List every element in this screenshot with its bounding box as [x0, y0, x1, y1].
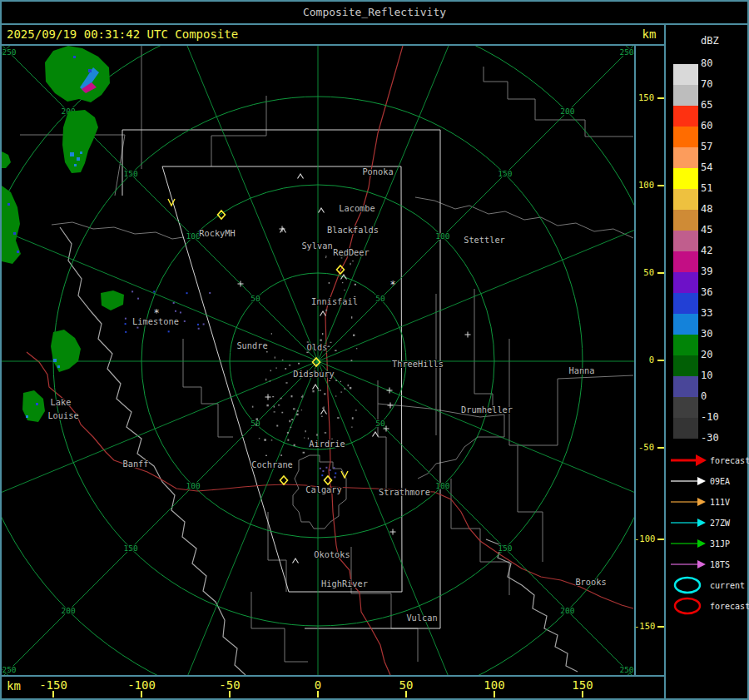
right-axis-tick-label: 50 [634, 267, 654, 277]
city-label-highriver: HighRiver [321, 578, 368, 588]
right-axis-tick-label: 0 [634, 355, 654, 365]
bottom-axis-tick [582, 691, 583, 698]
city-label-airdrie: Airdrie [309, 439, 345, 449]
radar-map[interactable]: 5050505010010010010015015015015020020020… [2, 46, 634, 675]
svg-text:50: 50 [250, 294, 260, 303]
caret-marker-icon [320, 311, 326, 316]
colorbar-block [673, 64, 698, 85]
colorbar-value-label: 33 [701, 307, 712, 319]
legend-arrow-icon [669, 450, 707, 470]
svg-text:250: 250 [619, 665, 633, 674]
colorbar-value-label: 36 [701, 286, 712, 298]
legend-label: current [710, 581, 745, 590]
colorbar-block [673, 251, 698, 272]
city-label-hanna: Hanna [569, 365, 595, 375]
city-label-calgary: Calgary [305, 484, 341, 494]
legend-label: 27ZW [710, 519, 730, 528]
window-title: Composite_Reflectivity [2, 2, 747, 23]
colorbar-title: dBZ [701, 35, 719, 47]
colorbar-value-label: 57 [701, 141, 712, 152]
colorbar-value-label: 0 [701, 390, 707, 402]
colorbar-value-label: 48 [701, 203, 712, 215]
right-axis-tick [657, 447, 664, 449]
legend-label: 31JP [710, 539, 730, 549]
caret-marker-icon [313, 385, 319, 390]
ground-clutter [252, 255, 357, 456]
svg-text:50: 50 [250, 419, 260, 428]
city-label-innisfail: Innisfail [311, 296, 358, 306]
bottom-axis-tick [405, 691, 407, 698]
svg-text:50: 50 [375, 419, 385, 428]
svg-text:150: 150 [498, 169, 512, 178]
svg-text:100: 100 [435, 231, 449, 241]
city-label-banff: Banff [123, 459, 149, 469]
asterisk-marker-icon: * [389, 279, 395, 290]
legend-arrow-icon [669, 513, 707, 533]
city-label-didsbury: Didsbury [293, 369, 335, 379]
radar-map-canvas[interactable]: 5050505010010010010015015015015020020020… [2, 46, 634, 675]
bottom-axis-tick-label: -50 [210, 678, 250, 692]
caret-marker-icon [298, 174, 304, 179]
legend-label: forecast [710, 602, 749, 611]
bottom-axis-tick-label: 150 [563, 678, 603, 692]
caret-marker-icon [321, 410, 327, 415]
colorbar-block [673, 293, 698, 314]
legend-label: 111V [710, 498, 730, 507]
caret-marker-icon [373, 432, 379, 437]
legend-label: forecast [710, 456, 749, 465]
svg-text:250: 250 [619, 47, 633, 57]
svg-text:200: 200 [62, 606, 76, 615]
colorbar-value-label: 65 [701, 99, 712, 111]
storm-cell-diamond-icon [280, 476, 288, 484]
city-label-louise: Louise [47, 410, 78, 420]
bottom-axis-tick [317, 691, 319, 698]
bottom-axis-tick-label: -150 [33, 678, 73, 692]
legend-label: 09EA [710, 477, 730, 486]
colorbar-value-label: 30 [701, 328, 712, 340]
legend-item-18TS: 18TS [669, 554, 746, 574]
bottom-axis-tick-label: 100 [474, 678, 514, 692]
city-label-threehills: ThreeHills [392, 359, 444, 369]
legend-arrow-icon [669, 554, 707, 574]
legend-item-111V: 111V [669, 492, 746, 512]
colorbar-block [673, 355, 698, 376]
header-bar: 2025/09/19 00:31:42 UTC Composite [2, 25, 632, 44]
svg-text:100: 100 [435, 481, 449, 490]
city-label-olds: Olds [307, 342, 328, 352]
colorbar-value-label: 70 [701, 78, 712, 90]
bottom-axis-tick-label: -100 [122, 678, 161, 692]
right-axis: 150100500-50-100-150 [634, 46, 664, 675]
right-axis-tick [657, 272, 664, 274]
colorbar-block [673, 231, 698, 251]
colorbar-block [673, 335, 698, 355]
bottom-axis-tick [494, 691, 495, 698]
colorbar-block [673, 189, 698, 210]
colorbar-value-label: 39 [701, 266, 712, 277]
colorbar-block [673, 376, 698, 397]
city-label-rockymh: RockyMH [199, 228, 235, 238]
colorbar-value-label: -30 [701, 432, 719, 444]
svg-text:200: 200 [560, 606, 574, 615]
city-label-brooks: Brooks [575, 577, 606, 587]
caret-marker-icon [293, 559, 299, 563]
colorbar-value-label: 10 [701, 370, 712, 381]
legend-arrow-icon [669, 471, 707, 491]
city-label-blackfalds: Blackfalds [327, 225, 379, 235]
colorbar-value-label: 20 [701, 349, 712, 360]
colorbar-block [673, 210, 698, 231]
city-label-strathmore: Strathmore [379, 487, 430, 497]
city-label-ponoka: Ponoka [362, 166, 393, 176]
colorbar-value-label: 60 [701, 120, 712, 132]
svg-text:50: 50 [375, 294, 385, 303]
city-label-reddeer: RedDeer [333, 247, 369, 257]
bottom-axis-tick-label: 50 [386, 678, 426, 692]
bottom-axis-unit-label: km [7, 679, 21, 693]
right-axis-tick-label: -100 [634, 534, 654, 544]
bottom-axis-tick [229, 691, 231, 698]
city-labels: PonokaLacombeBlackfaldsSylvanRedDeerStet… [47, 166, 606, 623]
city-label-vulcan: Vulcan [406, 613, 437, 623]
svg-text:250: 250 [2, 665, 16, 674]
colorbar-value-label: 54 [701, 161, 712, 173]
colorbar-block [673, 314, 698, 335]
colorbar-block [673, 168, 698, 189]
